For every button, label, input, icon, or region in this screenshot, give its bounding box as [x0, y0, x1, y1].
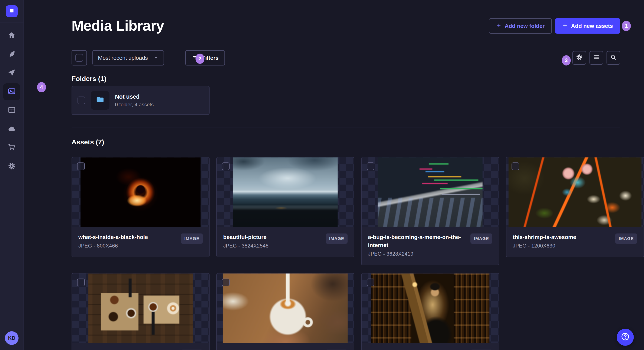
asset-card[interactable]: coffee-beans JPEG - 5021X3347 IMAGE — [72, 273, 210, 350]
annotation-badge-1: 1 — [622, 21, 631, 31]
sidebar: KD — [0, 0, 24, 350]
panels-icon — [8, 106, 16, 116]
asset-card[interactable]: what-s-inside-a-black-hole JPEG - 800X46… — [72, 157, 210, 257]
sidebar-item-settings[interactable] — [3, 158, 20, 175]
toolbar: Most recent uploads Filters — [72, 50, 620, 65]
select-all-checkbox[interactable] — [76, 54, 83, 62]
paper-plane-icon — [8, 68, 16, 78]
asset-type-badge: IMAGE — [326, 233, 348, 244]
folder-card[interactable]: Not used 0 folder, 4 assets — [72, 86, 210, 115]
asset-card[interactable]: the-internet-s-own-boy JPEG - 1200X707 I… — [361, 273, 499, 350]
folder-checkbox[interactable] — [78, 97, 85, 104]
asset-preview — [362, 273, 499, 343]
sidebar-item-shopping-cart[interactable] — [3, 140, 20, 157]
add-new-assets-label: Add new assets — [571, 23, 613, 29]
asset-checkbox[interactable] — [367, 163, 374, 170]
filters-button[interactable]: Filters — [185, 50, 225, 65]
asset-checkbox[interactable] — [222, 163, 230, 170]
user-avatar[interactable]: KD — [5, 331, 18, 345]
asset-title: the-internet-s-own-boy — [368, 349, 428, 350]
home-icon — [8, 31, 16, 41]
asset-meta: JPEG - 3824X2548 — [223, 242, 268, 249]
sidebar-item-home[interactable] — [3, 27, 20, 44]
images-icon — [8, 87, 16, 97]
asset-preview — [72, 273, 209, 343]
asset-checkbox[interactable] — [367, 279, 374, 286]
asset-meta: JPEG - 3628X2419 — [368, 250, 467, 257]
asset-thumbnail-shrimp — [508, 157, 642, 227]
sidebar-item-feather[interactable] — [3, 46, 20, 63]
assets-heading: Assets (7) — [72, 137, 620, 147]
asset-title: what-s-inside-a-black-hole — [78, 233, 148, 241]
folder-icon — [96, 95, 105, 106]
sidebar-footer: KD — [0, 326, 24, 350]
list-view-button[interactable] — [590, 51, 603, 65]
plus-icon — [562, 23, 568, 29]
sidebar-item-paper-plane[interactable] — [3, 65, 20, 82]
settings-view-button[interactable] — [572, 51, 586, 65]
asset-info: this-shrimp-is-awesome JPEG - 1200X630 I… — [506, 227, 644, 257]
asset-info: what-s-inside-a-black-hole JPEG - 800X46… — [72, 227, 209, 257]
sidebar-item-cloud[interactable] — [3, 121, 20, 138]
asset-thumbnail-black-hole — [80, 157, 200, 227]
list-icon — [593, 54, 600, 62]
gear-icon — [576, 54, 583, 62]
asset-card[interactable]: coffee-art JPEG - 5824X3259 IMAGE — [216, 273, 354, 350]
asset-preview — [217, 157, 354, 227]
asset-checkbox[interactable] — [77, 163, 85, 170]
add-new-assets-button[interactable]: Add new assets — [555, 18, 620, 34]
asset-preview — [506, 157, 644, 227]
asset-card[interactable]: this-shrimp-is-awesome JPEG - 1200X630 I… — [506, 157, 644, 257]
add-new-folder-button[interactable]: Add new folder — [489, 18, 552, 34]
asset-checkbox[interactable] — [222, 279, 230, 286]
sidebar-nav — [0, 27, 24, 326]
help-button[interactable] — [617, 329, 634, 346]
annotation-badge-2: 2 — [196, 54, 204, 64]
sidebar-item-media-library[interactable] — [3, 83, 20, 100]
add-new-folder-label: Add new folder — [505, 23, 545, 29]
assets-grid: what-s-inside-a-black-hole JPEG - 800X46… — [72, 157, 620, 350]
asset-title: a-bug-is-becoming-a-meme-on-the-internet — [368, 233, 467, 249]
asset-title: coffee-beans — [78, 349, 124, 350]
asset-thumbnail-library-boy — [371, 273, 490, 343]
asset-info: coffee-art JPEG - 5824X3259 IMAGE — [217, 343, 354, 350]
shopping-cart-icon — [8, 143, 16, 153]
asset-thumbnail-coffee-art — [223, 273, 348, 343]
question-mark-icon — [620, 332, 630, 343]
sidebar-item-panels[interactable] — [3, 102, 20, 119]
section-divider — [72, 128, 620, 128]
select-all-button[interactable] — [72, 50, 87, 65]
asset-checkbox[interactable] — [77, 279, 85, 286]
feather-icon — [8, 49, 16, 59]
asset-info: the-internet-s-own-boy JPEG - 1200X707 I… — [362, 343, 499, 350]
header-actions: Add new folder Add new assets — [489, 18, 620, 34]
asset-meta: JPEG - 800X466 — [78, 242, 148, 249]
asset-checkbox[interactable] — [512, 163, 519, 170]
search-button[interactable] — [606, 51, 620, 65]
asset-title: beautiful-picture — [223, 233, 268, 241]
view-options — [572, 51, 620, 65]
folder-meta: 0 folder, 4 assets — [115, 102, 154, 108]
folders-heading: Folders (1) — [72, 74, 620, 83]
page-title: Media Library — [72, 17, 164, 34]
sort-dropdown[interactable]: Most recent uploads — [92, 50, 164, 65]
search-icon — [610, 54, 617, 62]
main-content: Media Library Add new folder Add new ass… — [24, 0, 644, 350]
assets-section: Assets (7) what-s-inside-a-black-hole JP… — [72, 137, 620, 350]
asset-card[interactable]: a-bug-is-becoming-a-meme-on-the-internet… — [361, 157, 499, 265]
app-logo-button[interactable] — [6, 5, 18, 17]
folder-title: Not used — [115, 93, 154, 100]
asset-thumbnail-mountains — [233, 157, 338, 227]
gear-icon — [8, 162, 16, 172]
cloud-icon — [8, 124, 16, 134]
media-library-app: KD Media Library Add new folder Add new … — [0, 0, 644, 350]
page-header: Media Library Add new folder Add new ass… — [72, 0, 620, 34]
asset-title: this-shrimp-is-awesome — [513, 233, 576, 241]
asset-thumbnail-laptop-code — [378, 157, 482, 227]
asset-card[interactable]: beautiful-picture JPEG - 3824X2548 IMAGE — [216, 157, 354, 257]
asset-preview — [72, 157, 209, 227]
asset-info: coffee-beans JPEG - 5021X3347 IMAGE — [72, 343, 209, 350]
chevron-down-icon — [154, 55, 158, 60]
folders-section: Folders (1) Not used 0 folder, 4 assets — [72, 74, 620, 115]
asset-meta: JPEG - 1200X630 — [513, 242, 576, 249]
